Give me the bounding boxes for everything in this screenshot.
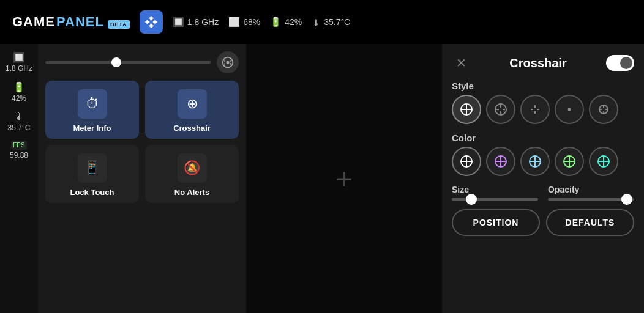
sidebar-temp-stat: 🌡 35.7°C: [8, 111, 31, 132]
left-sidebar: 🔲 1.8 GHz 🔋 42% 🌡 35.7°C FPS 59.88: [0, 44, 38, 313]
cpu-freq-value: 1.8 GHz: [187, 17, 219, 27]
color-row: [452, 147, 634, 176]
style-label: Style: [452, 81, 634, 91]
sidebar-battery-value: 42%: [12, 94, 26, 103]
logo: GAMEPANELBETA: [12, 14, 130, 30]
sidebar-fps-icon: FPS: [11, 141, 26, 150]
color-label: Color: [452, 133, 634, 143]
position-button[interactable]: POSITION: [452, 209, 540, 236]
color-purple[interactable]: [486, 147, 515, 176]
grid-buttons: ⏱ Meter Info ⊕ Crosshair 📱 Lock Touch 🔕 …: [45, 81, 239, 203]
color-cyan[interactable]: [520, 147, 550, 176]
style-dot-cross[interactable]: [520, 95, 550, 124]
lock-touch-label: Lock Touch: [70, 188, 114, 197]
sidebar-temp-icon: 🌡: [14, 111, 24, 122]
svg-point-1: [227, 61, 230, 64]
battery-icon: 🔋: [270, 17, 282, 28]
sidebar-battery-stat: 🔋 42%: [12, 81, 26, 103]
move-button[interactable]: [140, 10, 163, 34]
svg-point-3: [230, 60, 232, 62]
size-thumb[interactable]: [466, 194, 477, 205]
logo-game: GAME: [12, 14, 55, 30]
size-opacity-row: Size Opacity: [452, 185, 634, 201]
crosshair-panel: ✕ Crosshair Style: [442, 44, 644, 313]
style-dot[interactable]: [555, 95, 584, 124]
temp-value: 35.7°C: [324, 17, 350, 27]
style-section: Style: [452, 81, 634, 124]
opacity-group: Opacity: [548, 185, 634, 201]
defaults-button[interactable]: DEFAULTS: [546, 209, 634, 236]
size-label: Size: [452, 185, 538, 194]
opacity-thumb[interactable]: [621, 194, 632, 205]
meter-info-label: Meter Info: [73, 123, 111, 133]
no-alerts-button[interactable]: 🔕 No Alerts: [145, 145, 239, 203]
top-bar: GAMEPANELBETA 🔲 1.8 GHz ⬜ 68% 🔋 42% 🌡 35…: [0, 0, 644, 44]
action-row: POSITION DEFAULTS: [452, 209, 634, 236]
lock-touch-icon: 📱: [78, 153, 107, 183]
meter-info-icon: ⏱: [78, 89, 107, 119]
settings-button[interactable]: [217, 51, 239, 73]
cpu-icon: 🔲: [173, 17, 184, 28]
add-icon[interactable]: +: [335, 162, 353, 196]
lock-touch-button[interactable]: 📱 Lock Touch: [45, 145, 139, 203]
cpu-stat: 🔲 1.8 GHz: [173, 17, 219, 28]
main-area: 🔲 1.8 GHz 🔋 42% 🌡 35.7°C FPS 59.88: [0, 44, 644, 313]
brightness-thumb[interactable]: [111, 57, 121, 67]
size-slider[interactable]: [452, 198, 538, 201]
gpu-icon: ⬜: [228, 17, 240, 28]
battery-value: 42%: [285, 17, 302, 27]
crosshair-title: Crosshair: [476, 56, 600, 70]
sidebar-cpu-icon: 🔲: [13, 51, 25, 63]
crosshair-label: Crosshair: [173, 123, 211, 133]
logo-panel: PANEL: [56, 14, 104, 30]
style-circle-cross[interactable]: [589, 95, 618, 124]
svg-point-5: [230, 63, 232, 65]
color-teal[interactable]: [589, 147, 618, 176]
center-area: +: [246, 44, 442, 313]
crosshair-icon: ⊕: [178, 89, 207, 119]
style-dash-cross[interactable]: [486, 95, 515, 124]
sidebar-temp-value: 35.7°C: [8, 123, 31, 132]
no-alerts-label: No Alerts: [174, 188, 209, 197]
panel-area: ⏱ Meter Info ⊕ Crosshair 📱 Lock Touch 🔕 …: [38, 44, 246, 313]
brightness-slider[interactable]: [45, 61, 211, 64]
style-row: [452, 95, 634, 124]
crosshair-button[interactable]: ⊕ Crosshair: [145, 81, 239, 139]
color-section: Color: [452, 133, 634, 176]
meter-info-button[interactable]: ⏱ Meter Info: [45, 81, 139, 139]
svg-point-2: [224, 60, 226, 62]
svg-point-18: [568, 108, 571, 111]
sidebar-cpu-stat: 🔲 1.8 GHz: [6, 51, 32, 73]
temp-stat: 🌡 35.7°C: [312, 17, 350, 28]
sidebar-fps-stat: FPS 59.88: [10, 141, 28, 160]
sidebar-battery-icon: 🔋: [13, 81, 25, 93]
slider-row: [45, 51, 239, 73]
opacity-slider[interactable]: [548, 198, 634, 201]
gpu-usage-value: 68%: [243, 17, 260, 27]
close-button[interactable]: ✕: [452, 54, 470, 72]
crosshair-header: ✕ Crosshair: [452, 54, 634, 72]
gpu-stat: ⬜ 68%: [228, 17, 260, 28]
sidebar-cpu-value: 1.8 GHz: [6, 64, 32, 73]
no-alerts-icon: 🔕: [178, 153, 207, 183]
color-white[interactable]: [452, 147, 481, 176]
logo-beta: BETA: [108, 20, 130, 29]
style-full-cross[interactable]: [452, 95, 481, 124]
color-green[interactable]: [555, 147, 584, 176]
opacity-label: Opacity: [548, 185, 634, 194]
battery-stat: 🔋 42%: [270, 17, 302, 28]
temp-icon: 🌡: [312, 17, 321, 28]
crosshair-toggle[interactable]: [606, 55, 634, 71]
sidebar-fps-value: 59.88: [10, 151, 28, 160]
svg-point-4: [224, 63, 226, 65]
size-group: Size: [452, 185, 538, 201]
